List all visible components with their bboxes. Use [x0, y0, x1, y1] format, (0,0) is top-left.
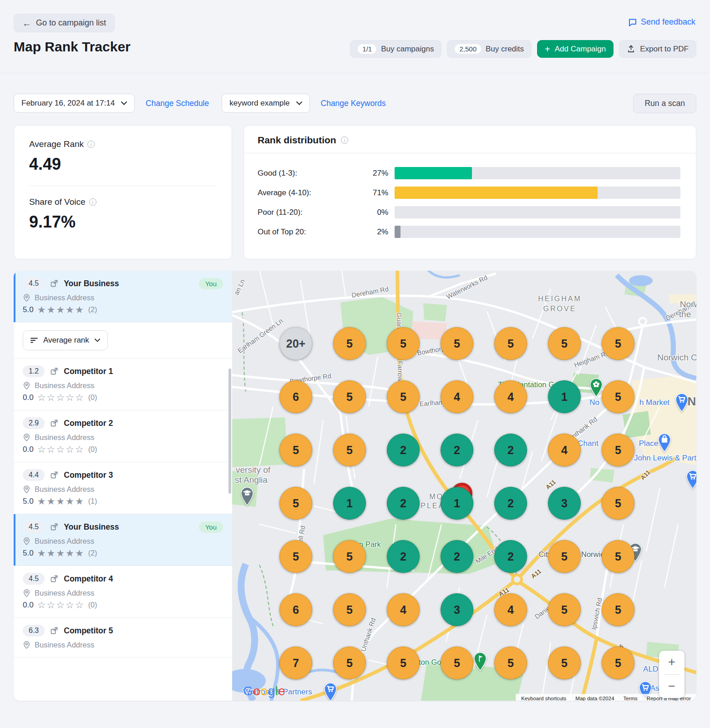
map-rank-marker[interactable]: 4 [494, 380, 527, 413]
external-link-icon[interactable] [50, 575, 58, 583]
info-icon[interactable] [341, 136, 348, 144]
map-rank-marker[interactable]: 5 [333, 380, 366, 413]
map-rank-marker[interactable]: 2 [494, 434, 527, 466]
rank-distribution-row: Good (1-3): 27% [258, 163, 680, 183]
map-rank-marker[interactable]: 5 [279, 434, 312, 466]
buy-campaigns-button[interactable]: 1/1 Buy campaigns [350, 40, 441, 58]
info-icon[interactable] [89, 198, 96, 206]
map-rank-marker[interactable]: 5 [548, 540, 581, 573]
map-rank-marker[interactable]: 5 [333, 434, 366, 466]
external-link-icon[interactable] [50, 419, 58, 427]
map-rank-marker[interactable]: 2 [387, 540, 420, 573]
map-rank-marker[interactable]: 5 [387, 327, 420, 360]
map-rank-marker[interactable]: 5 [279, 487, 312, 520]
map-rank-marker[interactable]: 2 [387, 487, 420, 520]
scan-date-select[interactable]: February 16, 2024 at 17:14 [14, 94, 135, 113]
map-rank-marker[interactable]: 3 [548, 487, 581, 520]
zoom-out-button[interactable]: − [659, 675, 685, 698]
map-rank-marker[interactable]: 5 [602, 487, 634, 520]
golf-poi-pin[interactable] [473, 652, 487, 672]
map-rank-marker[interactable]: 5 [494, 327, 527, 360]
attribution-item[interactable]: Keyboard shortcuts [521, 696, 566, 701]
business-list-item[interactable]: 4.4 Competitor 3 Business Address 5.0 ★★… [14, 462, 232, 514]
map-rank-marker[interactable]: 2 [494, 487, 527, 520]
map-rank-marker[interactable]: 1 [333, 487, 366, 520]
rank-map[interactable]: Dereham RdWaterworks RdDereham Rdan LnEa… [232, 271, 696, 701]
flower-poi-pin[interactable] [589, 378, 604, 398]
send-feedback-link[interactable]: Send feedback [628, 17, 695, 27]
external-link-icon[interactable] [50, 471, 58, 479]
location-pin-icon [23, 293, 30, 302]
info-icon[interactable] [87, 141, 95, 148]
cap-poi-pin[interactable] [240, 486, 254, 506]
run-scan-button[interactable]: Run a scan [633, 94, 696, 113]
rank-value: 5 [293, 444, 299, 457]
export-to-pdf-button[interactable]: Export to PDF [619, 40, 696, 58]
rank-value: 2 [400, 444, 406, 457]
map-rank-marker[interactable]: 6 [279, 380, 312, 413]
external-link-icon[interactable] [50, 523, 58, 531]
business-list-item[interactable]: 6.3 Competitor 5 Business Address [14, 618, 232, 657]
map-rank-marker[interactable]: 2 [494, 540, 527, 573]
map-rank-marker[interactable]: 5 [602, 540, 634, 573]
external-link-icon[interactable] [50, 279, 58, 288]
map-rank-marker[interactable]: 7 [279, 647, 312, 679]
business-list-item[interactable]: 1.2 Competitor 1 Business Address 0.0 ☆☆… [14, 359, 232, 410]
map-rank-marker[interactable]: 5 [602, 434, 634, 466]
map-rank-marker[interactable]: 5 [441, 647, 473, 679]
map-rank-marker[interactable]: 2 [387, 434, 420, 466]
cart-poi-pin[interactable] [675, 393, 689, 413]
rank-value: 5 [346, 550, 353, 563]
map-rank-marker[interactable]: 5 [494, 647, 527, 679]
map-rank-marker[interactable]: 5 [441, 327, 473, 360]
map-rank-marker[interactable]: 5 [602, 647, 634, 679]
map-rank-marker[interactable]: 3 [441, 593, 473, 626]
external-link-icon[interactable] [50, 367, 58, 375]
attribution-item[interactable]: Terms [624, 696, 638, 701]
map-rank-marker[interactable]: 5 [333, 647, 366, 679]
business-list-item[interactable]: 4.5 Your Business You Business Address 5… [14, 271, 232, 323]
map-rank-marker[interactable]: 5 [279, 540, 312, 573]
external-link-icon[interactable] [50, 627, 58, 635]
buy-credits-button[interactable]: 2,500 Buy credits [447, 40, 532, 58]
sidebar-scrollbar[interactable] [228, 369, 231, 494]
add-campaign-button[interactable]: + Add Campaign [537, 40, 614, 58]
sort-by-dropdown[interactable]: Average rank [23, 330, 108, 350]
cart-poi-pin[interactable] [324, 682, 338, 701]
map-rank-marker[interactable]: 5 [333, 540, 366, 573]
map-rank-marker[interactable]: 5 [333, 327, 366, 360]
map-rank-marker[interactable]: 6 [279, 593, 312, 626]
change-keywords-link[interactable]: Change Keywords [321, 99, 386, 108]
map-rank-marker[interactable]: 5 [602, 593, 634, 626]
zoom-in-button[interactable]: + [659, 651, 685, 674]
map-rank-marker[interactable]: 4 [441, 380, 473, 413]
map-rank-marker[interactable]: 4 [548, 434, 581, 466]
map-rank-marker[interactable]: 5 [602, 380, 634, 413]
map-label: John Lewis & Partners [634, 454, 696, 463]
rank-value: 4 [561, 444, 568, 457]
map-rank-marker[interactable]: 20+ [279, 327, 312, 360]
google-logo: Google [243, 684, 285, 698]
cart-poi-pin[interactable] [686, 470, 697, 490]
business-list-item[interactable]: 2.9 Competitor 2 Business Address 0.0 ☆☆… [14, 410, 232, 462]
map-rank-marker[interactable]: 4 [387, 593, 420, 626]
map-rank-marker[interactable]: 5 [602, 327, 634, 360]
rating-stars: ☆☆☆☆☆ [37, 600, 85, 610]
map-rank-marker[interactable]: 2 [441, 434, 473, 466]
map-rank-marker[interactable]: 2 [441, 540, 473, 573]
map-rank-marker[interactable]: 5 [333, 593, 366, 626]
map-rank-marker[interactable]: 5 [548, 327, 581, 360]
business-list-item[interactable]: 4.5 Your Business You Business Address 5… [14, 514, 232, 566]
map-rank-marker[interactable]: 5 [548, 647, 581, 679]
keyword-select[interactable]: keyword example [222, 94, 309, 113]
change-schedule-link[interactable]: Change Schedule [146, 99, 209, 108]
map-rank-marker[interactable]: 5 [387, 647, 420, 679]
map-rank-marker[interactable]: 1 [441, 487, 473, 520]
map-rank-marker[interactable]: 5 [548, 593, 581, 626]
back-to-campaign-list-button[interactable]: ← Go to campaign list [14, 14, 115, 32]
map-rank-marker[interactable]: 1 [548, 380, 581, 413]
map-rank-marker[interactable]: 5 [387, 380, 420, 413]
map-rank-marker[interactable]: 4 [494, 593, 527, 626]
bag-poi-pin[interactable] [658, 433, 672, 453]
business-list-item[interactable]: 4.5 Competitor 4 Business Address 0.0 ☆☆… [14, 566, 232, 618]
